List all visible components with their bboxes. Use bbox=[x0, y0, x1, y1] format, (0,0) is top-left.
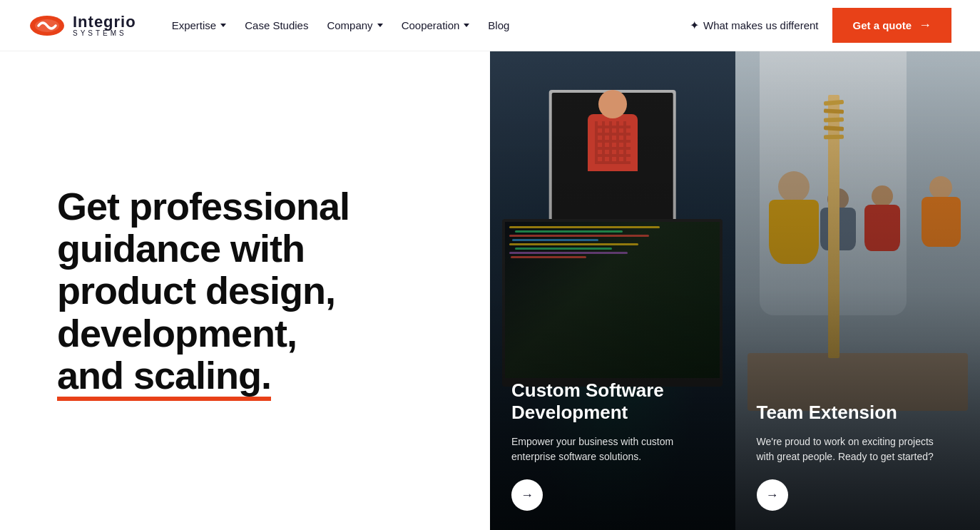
hero-section: Get professional guidance with product d… bbox=[0, 51, 980, 530]
chevron-down-icon bbox=[464, 24, 469, 27]
chevron-down-icon bbox=[220, 24, 226, 27]
card-1-description: Empower your business with custom enterp… bbox=[511, 434, 697, 465]
nav-item-blog[interactable]: Blog bbox=[481, 15, 516, 36]
nav-link-company[interactable]: Company bbox=[320, 15, 389, 36]
card-custom-software[interactable]: Custom Software Development Empower your… bbox=[490, 51, 735, 530]
card-1-content: Custom Software Development Empower your… bbox=[490, 360, 735, 530]
logo-tagline: SYSTEMS bbox=[73, 30, 136, 37]
nav-link-blog[interactable]: Blog bbox=[481, 15, 516, 36]
navbar-left: Integrio SYSTEMS Expertise Case Studies … bbox=[29, 11, 516, 40]
sparkle-icon: ✦ bbox=[690, 19, 699, 32]
card-2-arrow-button[interactable]: → bbox=[757, 479, 788, 511]
nav-link-expertise[interactable]: Expertise bbox=[165, 15, 234, 36]
logo[interactable]: Integrio SYSTEMS bbox=[29, 11, 136, 40]
nav-item-cooperation[interactable]: Cooperation bbox=[394, 15, 477, 36]
card-team-extension[interactable]: Team Extension We're proud to work on ex… bbox=[735, 51, 981, 530]
nav-item-company[interactable]: Company bbox=[320, 15, 389, 36]
logo-text: Integrio SYSTEMS bbox=[73, 14, 136, 37]
card-1-title: Custom Software Development bbox=[511, 379, 714, 424]
card-1-arrow-button[interactable]: → bbox=[511, 479, 543, 511]
arrow-icon: → bbox=[521, 488, 534, 503]
nav-links: Expertise Case Studies Company Cooperati… bbox=[165, 15, 517, 36]
nav-item-expertise[interactable]: Expertise bbox=[165, 15, 234, 36]
hero-scaling-word: and scaling. bbox=[57, 355, 271, 397]
nav-item-case-studies[interactable]: Case Studies bbox=[238, 15, 315, 36]
what-makes-us-different-link[interactable]: ✦ What makes us different bbox=[690, 19, 818, 32]
card-2-content: Team Extension We're proud to work on ex… bbox=[735, 382, 981, 530]
logo-brand-name: Integrio bbox=[73, 14, 136, 30]
navbar-right: ✦ What makes us different Get a quote → bbox=[690, 8, 951, 43]
arrow-icon: → bbox=[766, 488, 779, 503]
navbar: Integrio SYSTEMS Expertise Case Studies … bbox=[0, 0, 980, 51]
chevron-down-icon bbox=[377, 24, 383, 27]
hero-text-area: Get professional guidance with product d… bbox=[0, 51, 490, 530]
card-2-title: Team Extension bbox=[757, 402, 959, 424]
hero-headline: Get professional guidance with product d… bbox=[57, 185, 442, 397]
nav-link-case-studies[interactable]: Case Studies bbox=[238, 15, 315, 36]
logo-icon bbox=[29, 11, 66, 40]
hero-cards: Custom Software Development Empower your… bbox=[490, 51, 980, 530]
nav-link-cooperation[interactable]: Cooperation bbox=[394, 15, 477, 36]
get-a-quote-button[interactable]: Get a quote → bbox=[832, 8, 951, 43]
arrow-right-icon: → bbox=[919, 18, 931, 33]
card-2-description: We're proud to work on exciting projects… bbox=[757, 434, 942, 465]
